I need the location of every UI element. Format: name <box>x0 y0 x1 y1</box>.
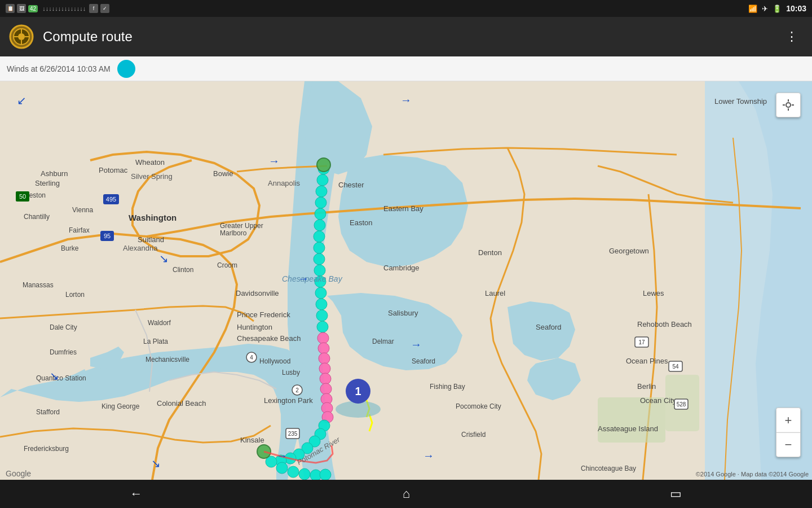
svg-text:Dumfries: Dumfries <box>50 348 77 356</box>
svg-point-45 <box>288 466 299 478</box>
pin-badge: 1 <box>346 379 370 404</box>
svg-text:2: 2 <box>295 387 299 393</box>
svg-point-27 <box>317 332 329 344</box>
svg-text:Chesapeake Bay: Chesapeake Bay <box>282 274 343 283</box>
download-icons: ↓↓↓↓↓↓↓↓↓↓↓↓↓↓ <box>42 5 86 12</box>
svg-text:Alexandria: Alexandria <box>123 244 158 252</box>
svg-point-23 <box>316 299 327 310</box>
svg-text:Suitland: Suitland <box>138 235 164 244</box>
location-button[interactable] <box>776 93 801 117</box>
svg-text:Easton: Easton <box>350 218 372 227</box>
svg-point-26 <box>317 158 330 172</box>
svg-point-16 <box>314 220 325 231</box>
svg-text:Lexington Park: Lexington Park <box>264 396 313 405</box>
svg-point-12 <box>317 174 328 186</box>
svg-text:Vienna: Vienna <box>72 206 93 214</box>
notification-count: 42 <box>28 5 38 12</box>
svg-text:Silver Spring: Silver Spring <box>131 172 173 181</box>
zoom-in-button[interactable]: + <box>776 408 801 432</box>
svg-text:495: 495 <box>106 196 116 203</box>
svg-point-17 <box>314 231 325 242</box>
svg-point-18 <box>314 242 325 253</box>
wifi-icon: 📶 <box>748 5 757 13</box>
svg-text:Huntington: Huntington <box>237 323 272 331</box>
wind-toggle-button[interactable] <box>117 60 135 78</box>
svg-text:Crisfield: Crisfield <box>461 431 486 439</box>
zoom-out-button[interactable]: − <box>776 432 801 457</box>
svg-text:Lusby: Lusby <box>282 369 300 376</box>
svg-text:Hollywood: Hollywood <box>259 357 290 365</box>
app-title: Compute route <box>43 29 781 45</box>
svg-text:Rehoboth Beach: Rehoboth Beach <box>637 320 692 329</box>
svg-text:Ashburn: Ashburn <box>41 169 68 178</box>
airplane-icon: ✈ <box>762 5 768 13</box>
svg-text:Georgetown: Georgetown <box>609 247 649 255</box>
svg-text:King George: King George <box>102 402 140 410</box>
svg-point-22 <box>315 287 326 299</box>
svg-point-19 <box>314 253 325 265</box>
svg-text:Seaford: Seaford <box>536 323 562 331</box>
svg-text:Chantilly: Chantilly <box>24 213 50 221</box>
task-icon: 📋 <box>6 4 15 13</box>
svg-text:Colonial Beach: Colonial Beach <box>157 399 206 408</box>
svg-point-44 <box>276 462 288 474</box>
svg-text:Annapolis: Annapolis <box>268 179 301 187</box>
svg-text:Seaford: Seaford <box>412 357 435 365</box>
status-bar-right: 📶 ✈ 🔋 10:03 <box>748 4 806 13</box>
battery-icon: 🔋 <box>773 5 782 13</box>
svg-text:Salisbury: Salisbury <box>388 309 418 317</box>
svg-text:Chesapeake Beach: Chesapeake Beach <box>237 334 301 343</box>
svg-text:Manassas: Manassas <box>23 281 54 289</box>
svg-text:Cambridge: Cambridge <box>383 264 420 272</box>
wind-label: Winds at 6/26/2014 10:03 AM <box>7 64 111 73</box>
svg-text:Greater Upper: Greater Upper <box>220 222 263 230</box>
svg-text:Stafford: Stafford <box>36 408 60 416</box>
location-pin[interactable]: 1 <box>336 379 381 418</box>
svg-text:Burke: Burke <box>61 244 79 252</box>
home-button[interactable]: ⌂ <box>391 482 421 506</box>
svg-text:50: 50 <box>19 193 26 200</box>
recents-button[interactable]: ▭ <box>659 482 693 506</box>
wind-bar: Winds at 6/26/2014 10:03 AM <box>0 56 812 81</box>
svg-text:17: 17 <box>638 339 645 345</box>
svg-text:Eastern Bay: Eastern Bay <box>383 204 423 213</box>
svg-text:Ocean City: Ocean City <box>640 396 677 405</box>
svg-text:Sterling: Sterling <box>35 179 60 187</box>
svg-point-136 <box>786 103 791 107</box>
map-container[interactable]: Ashburn Sterling Potomac Wheaton Silver … <box>0 81 812 480</box>
svg-text:Laurel: Laurel <box>485 289 505 297</box>
svg-text:Lewes: Lewes <box>643 289 664 297</box>
svg-text:Google: Google <box>6 469 31 478</box>
app-logo <box>9 24 34 49</box>
app-bar: Compute route ⋮ <box>0 17 812 56</box>
svg-text:Quantico Station: Quantico Station <box>36 374 86 382</box>
svg-text:Waldorf: Waldorf <box>148 319 171 327</box>
svg-text:Pocomoke City: Pocomoke City <box>456 402 501 410</box>
image-icon: 🖼 <box>17 4 26 13</box>
svg-text:Davidsonville: Davidsonville <box>236 289 279 297</box>
svg-point-24 <box>316 310 328 321</box>
svg-text:Assateague Island: Assateague Island <box>598 424 658 433</box>
my-location-icon <box>782 98 795 112</box>
svg-point-32 <box>320 383 332 395</box>
svg-text:54: 54 <box>672 364 679 370</box>
svg-point-15 <box>315 208 326 220</box>
svg-text:Dale City: Dale City <box>50 323 77 331</box>
svg-text:Marlboro: Marlboro <box>220 229 247 237</box>
overflow-menu-button[interactable]: ⋮ <box>781 25 803 49</box>
svg-point-48 <box>320 469 331 480</box>
svg-point-31 <box>320 373 331 384</box>
fb-icon: f <box>89 4 98 13</box>
svg-text:Lorton: Lorton <box>65 291 85 299</box>
svg-text:Fairfax: Fairfax <box>69 226 90 234</box>
svg-text:Chester: Chester <box>338 181 364 189</box>
svg-point-29 <box>319 353 330 364</box>
svg-text:Delmar: Delmar <box>372 338 394 345</box>
svg-text:Ocean Pines: Ocean Pines <box>626 357 668 365</box>
svg-text:Washington: Washington <box>129 213 176 222</box>
svg-text:235: 235 <box>288 431 298 437</box>
svg-text:Potomac: Potomac <box>99 166 128 174</box>
back-button[interactable]: ← <box>119 482 154 506</box>
svg-point-25 <box>317 321 328 332</box>
map-svg: Ashburn Sterling Potomac Wheaton Silver … <box>0 81 812 480</box>
